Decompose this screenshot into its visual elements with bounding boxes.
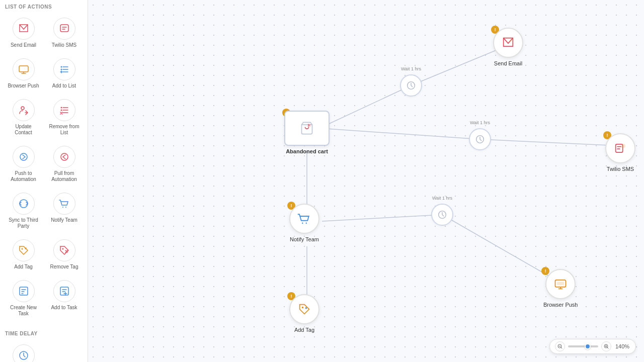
sidebar-item-sync-third-party[interactable]: Sync to Third Party xyxy=(4,189,43,233)
connection-lines xyxy=(88,0,644,362)
sidebar-label-add-to-task: Add to Task xyxy=(51,305,77,311)
node-browser-push-label: Browser Push xyxy=(543,302,578,308)
node-abandoned-cart-label: Abandoned cart xyxy=(286,148,328,154)
zoom-level-display: 140% xyxy=(614,343,630,349)
svg-point-7 xyxy=(20,153,27,160)
svg-line-16 xyxy=(319,85,411,128)
browser-push-badge: ! xyxy=(541,267,549,275)
time-delay-section-title: TIME DELAY xyxy=(0,327,88,338)
sidebar-label-remove-from-list: Remove from List xyxy=(47,124,82,136)
sidebar-label-create-new-task: Create New Task xyxy=(6,305,41,317)
sidebar-item-browser-push[interactable]: Browser Push xyxy=(4,54,43,93)
svg-point-8 xyxy=(61,153,68,160)
wait-node-2[interactable]: Wait 1 hrs xyxy=(469,128,491,150)
sidebar-item-twilio-sms[interactable]: Twilio SMS xyxy=(45,14,84,52)
node-send-email-label: Send Email xyxy=(494,60,522,66)
svg-line-21 xyxy=(322,215,442,221)
svg-point-2 xyxy=(60,66,62,68)
svg-line-19 xyxy=(480,139,620,146)
sidebar-label-push-to-automation: Push to Automation xyxy=(6,170,41,183)
wait-node-2-label: Wait 1 hrs xyxy=(470,120,490,125)
sidebar-label-send-email: Send Email xyxy=(11,42,36,48)
node-twilio-sms[interactable]: ! Twilio SMS xyxy=(605,133,635,172)
svg-rect-33 xyxy=(557,282,564,285)
node-abandoned-cart[interactable]: ! Abandoned cart xyxy=(284,111,330,154)
svg-point-10 xyxy=(65,207,66,208)
sidebar-label-remove-tag: Remove Tag xyxy=(50,264,78,270)
svg-point-11 xyxy=(21,248,23,250)
sidebar-item-add-tag[interactable]: Add Tag xyxy=(4,235,43,274)
sidebar-item-push-to-automation[interactable]: Push to Automation xyxy=(4,142,43,187)
node-browser-push[interactable]: ! Browser Push xyxy=(543,269,578,308)
actions-section-title: LIST OF ACTIONS xyxy=(0,0,88,12)
zoom-controls: 140% xyxy=(549,339,636,354)
zoom-out-button[interactable] xyxy=(555,341,565,351)
node-twilio-sms-label: Twilio SMS xyxy=(607,166,634,172)
wait-node-3-label: Wait 1 hrs xyxy=(432,196,452,201)
svg-point-12 xyxy=(62,248,63,250)
sidebar-item-add-to-task[interactable]: Add to Task xyxy=(45,276,84,321)
sidebar-label-browser-push: Browser Push xyxy=(8,83,39,89)
sidebar-item-add-delay[interactable]: Add Delay xyxy=(4,340,43,362)
sidebar-label-notify-team: Notify Team xyxy=(51,217,77,223)
wait-node-1[interactable]: Wait 1 hrs xyxy=(400,74,422,97)
node-add-tag-label: Add Tag xyxy=(294,327,314,333)
sidebar-item-create-new-task[interactable]: Create New Task xyxy=(4,276,43,321)
svg-point-30 xyxy=(306,223,307,224)
svg-point-29 xyxy=(302,223,303,224)
svg-rect-0 xyxy=(60,25,68,32)
svg-point-3 xyxy=(60,69,62,70)
zoom-slider[interactable] xyxy=(568,345,598,347)
svg-line-18 xyxy=(319,128,480,139)
svg-point-28 xyxy=(621,144,625,148)
sidebar-label-twilio-sms: Twilio SMS xyxy=(52,42,76,48)
zoom-in-button[interactable] xyxy=(601,341,611,351)
node-send-email[interactable]: ! Send Email xyxy=(493,28,523,66)
time-delay-grid: Add Delay xyxy=(0,338,88,362)
sidebar-item-update-contact[interactable]: Update Contact xyxy=(4,95,43,140)
sidebar-item-remove-tag[interactable]: Remove Tag xyxy=(45,235,84,274)
actions-grid: Send Email Twilio SMS Browser Push xyxy=(0,12,88,323)
sidebar-item-pull-from-automation[interactable]: Pull from Automation xyxy=(45,142,84,187)
sidebar-item-remove-from-list[interactable]: Remove from List xyxy=(45,95,84,140)
wait-node-1-label: Wait 1 hrs xyxy=(401,66,421,71)
wait-node-3[interactable]: Wait 1 hrs xyxy=(431,204,453,226)
sidebar-label-update-contact: Update Contact xyxy=(6,124,41,136)
svg-point-6 xyxy=(60,110,62,111)
sidebar-label-sync-third-party: Sync to Third Party xyxy=(6,217,41,229)
node-notify-team-label: Notify Team xyxy=(290,236,319,242)
svg-rect-13 xyxy=(20,287,28,295)
workflow-canvas[interactable]: ! Abandoned cart Wait 1 hrs ! xyxy=(88,0,644,362)
svg-rect-1 xyxy=(19,66,28,72)
zoom-slider-thumb[interactable] xyxy=(585,343,591,349)
sidebar-item-notify-team[interactable]: Notify Team xyxy=(45,189,84,233)
sidebar-item-add-to-list[interactable]: Add to List xyxy=(45,54,84,93)
svg-point-5 xyxy=(60,107,62,109)
node-add-tag[interactable]: ! Add Tag xyxy=(289,294,319,333)
sidebar-label-add-tag: Add Tag xyxy=(14,264,33,270)
svg-point-34 xyxy=(302,307,304,309)
sidebar-label-add-to-list: Add to List xyxy=(52,83,76,89)
sidebar: LIST OF ACTIONS Send Email Twilio SMS xyxy=(0,0,88,362)
svg-point-4 xyxy=(21,107,24,110)
sidebar-item-send-email[interactable]: Send Email xyxy=(4,14,43,52)
node-notify-team[interactable]: ! Notify Team xyxy=(289,204,319,242)
sidebar-label-pull-from-automation: Pull from Automation xyxy=(47,170,82,183)
svg-point-9 xyxy=(62,207,63,208)
